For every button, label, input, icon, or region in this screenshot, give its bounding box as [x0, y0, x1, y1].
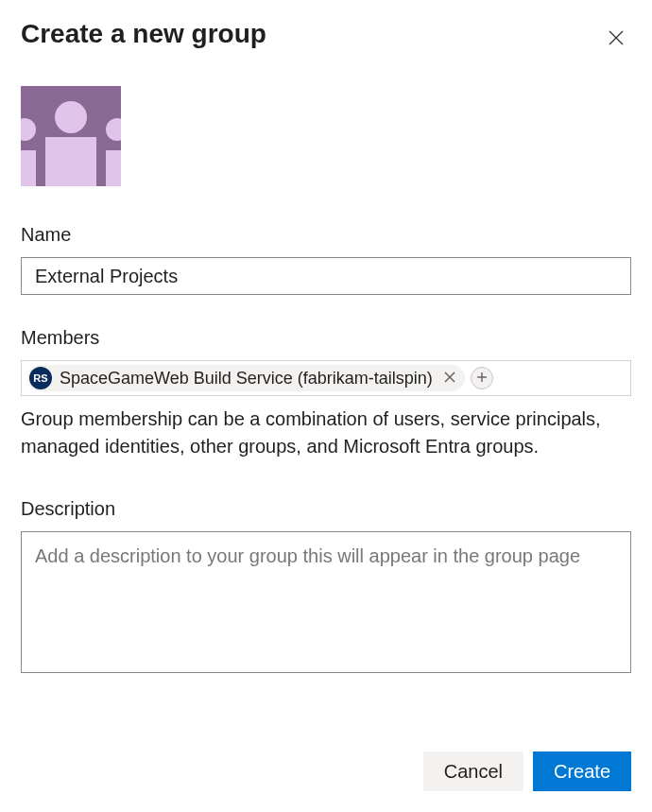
- add-member-button[interactable]: [471, 367, 493, 389]
- description-field-block: Description: [21, 498, 631, 677]
- member-chip: RS SpaceGameWeb Build Service (fabrikam-…: [27, 365, 465, 391]
- members-helper-text: Group membership can be a combination of…: [21, 406, 631, 460]
- dialog-title: Create a new group: [21, 19, 266, 49]
- plus-icon: [476, 371, 488, 386]
- remove-member-button[interactable]: [440, 368, 459, 389]
- name-field-block: Name: [21, 224, 631, 295]
- members-field-block: Members RS SpaceGameWeb Build Service (f…: [21, 327, 631, 460]
- dialog-footer: Cancel Create: [423, 752, 631, 791]
- create-button[interactable]: Create: [533, 752, 631, 791]
- name-label: Name: [21, 224, 631, 246]
- description-label: Description: [21, 498, 631, 520]
- group-avatar-icon: [21, 86, 121, 186]
- close-icon: [444, 371, 455, 386]
- name-input[interactable]: [21, 257, 631, 295]
- cancel-button[interactable]: Cancel: [423, 752, 523, 791]
- description-input[interactable]: [21, 531, 631, 673]
- close-icon: [609, 34, 624, 48]
- avatar: RS: [29, 367, 52, 389]
- close-button[interactable]: [601, 23, 631, 56]
- members-label: Members: [21, 327, 631, 349]
- member-chip-label: SpaceGameWeb Build Service (fabrikam-tai…: [60, 369, 433, 389]
- members-input[interactable]: RS SpaceGameWeb Build Service (fabrikam-…: [21, 360, 631, 396]
- dialog-header: Create a new group: [21, 19, 631, 56]
